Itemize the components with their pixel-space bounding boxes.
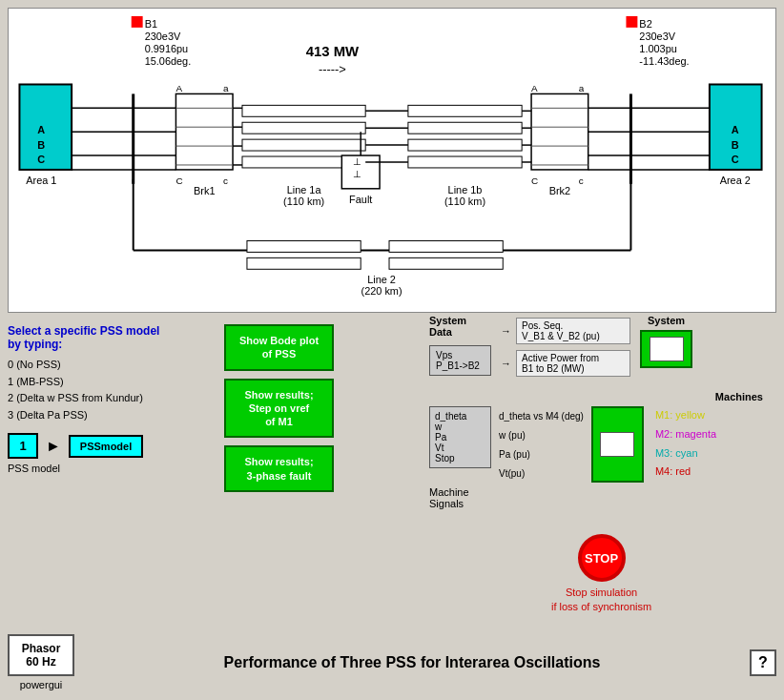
svg-text:C: C <box>531 175 538 186</box>
sig-stop: Stop <box>435 453 485 463</box>
svg-text:1.003pu: 1.003pu <box>639 43 676 54</box>
pss-title: Select a specific PSS modelby typing: <box>8 324 217 351</box>
phasor-label: Phasor60 Hz <box>19 642 63 669</box>
svg-text:A: A <box>175 83 182 93</box>
vps-input-box: Vps P_B1->B2 <box>429 345 491 376</box>
system-scope[interactable] <box>640 330 692 368</box>
vps-label: Vps <box>436 350 485 360</box>
machines-content: d_theta w Pa Vt Stop d_theta vs M4 (deg)… <box>429 406 773 483</box>
svg-text:B: B <box>37 139 45 151</box>
legend-m4: M4: red <box>655 463 716 482</box>
p-label: P_B1->B2 <box>436 360 485 371</box>
help-button[interactable]: ? <box>750 649 776 676</box>
system-panel: SystemData Vps P_B1->B2 → Pos. Seq.V_B1 … <box>429 315 773 509</box>
arrow-right-2: → <box>501 358 511 369</box>
svg-text:C: C <box>732 154 739 165</box>
svg-text:a: a <box>223 83 229 93</box>
scope-screen <box>650 337 684 361</box>
system-scope-title: System <box>640 315 692 326</box>
machine-signals-label: MachineSignals <box>429 486 773 509</box>
three-phase-fault-button[interactable]: Show results;3-phase fault <box>224 445 334 492</box>
svg-rect-65 <box>389 240 503 252</box>
sig-pa: Pa <box>435 432 485 443</box>
sig-label-w: w (pu) <box>499 430 584 441</box>
svg-rect-66 <box>389 257 503 269</box>
svg-text:A: A <box>37 124 45 135</box>
svg-text:⊥: ⊥ <box>353 156 361 167</box>
power-system-diagram: A B C Area 1 A B C Area 2 B1 230e3V 0.99… <box>9 9 775 312</box>
machines-scope[interactable] <box>591 406 644 483</box>
system-data-title: SystemData <box>429 315 491 338</box>
phasor-box: Phasor60 Hz <box>8 634 74 676</box>
legend-m2: M2: magenta <box>655 425 716 444</box>
svg-text:c: c <box>579 175 584 186</box>
system-scope-col: System <box>640 315 692 380</box>
svg-text:Area 2: Area 2 <box>720 175 751 186</box>
svg-text:0.9916pu: 0.9916pu <box>145 43 189 54</box>
sig-label-dtheta: d_theta vs M4 (deg) <box>499 411 584 422</box>
svg-text:⊥: ⊥ <box>353 169 361 179</box>
sig-dtheta: d_theta <box>435 411 485 422</box>
stop-description: Stop simulationif loss of synchronism <box>551 586 651 615</box>
phasor-container: Phasor60 Hz powergui <box>8 634 74 690</box>
stop-area: STOP Stop simulationif loss of synchroni… <box>551 534 651 615</box>
svg-text:Area 1: Area 1 <box>26 175 56 186</box>
svg-text:A: A <box>732 124 739 135</box>
svg-text:C: C <box>175 175 182 186</box>
svg-rect-52 <box>408 122 522 134</box>
svg-rect-47 <box>242 139 365 151</box>
stop-button[interactable]: STOP <box>578 534 626 582</box>
svg-text:A: A <box>531 83 538 93</box>
svg-text:(220 km): (220 km) <box>361 285 402 297</box>
svg-rect-11 <box>132 16 143 28</box>
system-data-label-col: SystemData Vps P_B1->B2 <box>429 315 491 380</box>
svg-text:230e3V: 230e3V <box>145 31 181 42</box>
diagram-area: A B C Area 1 A B C Area 2 B1 230e3V 0.99… <box>8 8 776 313</box>
sig-vt: Vt <box>435 443 485 453</box>
svg-rect-46 <box>242 122 365 134</box>
pss-model-block: PSSmodel <box>69 435 143 458</box>
legend-m3: M3: cyan <box>655 444 716 463</box>
step-vref-button[interactable]: Show results;Step on vrefof M1 <box>224 379 334 439</box>
svg-text:Line 2: Line 2 <box>367 274 396 285</box>
bottom-bar: Phasor60 Hz powergui Performance of Thre… <box>8 634 776 690</box>
main-container: A B C Area 1 A B C Area 2 B1 230e3V 0.99… <box>0 0 784 700</box>
pss-model-row: 1 ► PSSmodel <box>8 433 217 459</box>
signal2-row: → Active Power fromB1 to B2 (MW) <box>501 350 630 377</box>
pss-option-2: 2 (Delta w PSS from Kundur) <box>8 390 217 407</box>
svg-text:(110 km): (110 km) <box>283 196 324 207</box>
svg-rect-16 <box>626 16 637 28</box>
svg-text:c: c <box>223 175 228 186</box>
bode-plot-button[interactable]: Show Bode plotof PSS <box>224 324 334 371</box>
svg-rect-53 <box>408 139 522 151</box>
svg-rect-45 <box>242 105 365 116</box>
machines-legend: M1: yellow M2: magenta M3: cyan M4: red <box>655 406 716 482</box>
svg-text:B: B <box>732 139 739 151</box>
pss-input[interactable]: 1 <box>8 433 38 459</box>
svg-rect-25 <box>175 93 233 170</box>
machine-signals-box: d_theta w Pa Vt Stop <box>429 406 491 468</box>
svg-text:230e3V: 230e3V <box>639 31 675 42</box>
arrow-right-1: → <box>501 325 511 337</box>
sig-w: w <box>435 422 485 432</box>
signal1-label: Pos. Seq.V_B1 & V_B2 (pu) <box>516 318 630 344</box>
bottom-title: Performance of Three PSS for Interarea O… <box>93 654 731 671</box>
pss-option-3: 3 (Delta Pa PSS) <box>8 407 217 424</box>
pss-option-0: 0 (No PSS) <box>8 357 217 374</box>
signal1-row: → Pos. Seq.V_B1 & V_B2 (pu) <box>501 318 630 344</box>
pss-options: 0 (No PSS) 1 (MB-PSS) 2 (Delta w PSS fro… <box>8 357 217 423</box>
svg-text:Fault: Fault <box>349 194 372 205</box>
svg-text:----->: -----> <box>319 62 346 76</box>
pss-arrow: ► <box>46 438 61 455</box>
svg-rect-51 <box>408 105 522 116</box>
system-signals-col: → Pos. Seq.V_B1 & V_B2 (pu) → Active Pow… <box>501 315 630 380</box>
signal2-label: Active Power fromB1 to B2 (MW) <box>516 350 630 377</box>
svg-rect-54 <box>408 156 522 168</box>
machines-section: Machines d_theta w Pa Vt Stop d_theta vs… <box>429 391 773 509</box>
svg-text:Brk1: Brk1 <box>194 185 215 196</box>
svg-text:B2: B2 <box>639 18 651 30</box>
svg-text:(110 km): (110 km) <box>444 196 485 207</box>
buttons-panel: Show Bode plotof PSS Show results;Step o… <box>224 324 334 492</box>
svg-text:C: C <box>37 154 45 165</box>
svg-text:Brk2: Brk2 <box>549 185 570 196</box>
